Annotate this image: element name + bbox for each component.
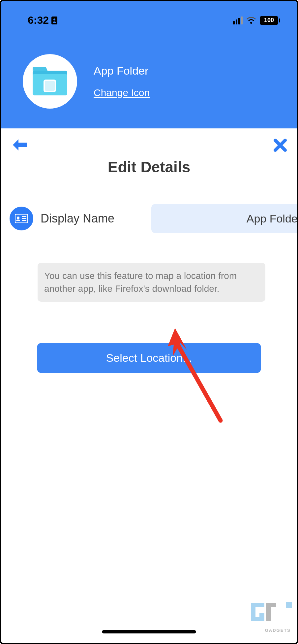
home-indicator[interactable]	[102, 630, 196, 633]
folder-info: App Folder Change Icon	[94, 64, 150, 98]
content-area: Edit Details Display Name You can use th…	[1, 128, 297, 373]
arrow-left-icon	[11, 138, 28, 152]
status-time: 6:32	[28, 14, 57, 26]
select-location-button[interactable]: Select Location...	[37, 343, 261, 373]
folder-title: App Folder	[94, 64, 150, 77]
hint-text: You can use this feature to map a locati…	[44, 269, 259, 295]
time-label: 6:32	[28, 14, 49, 26]
id-card-icon	[15, 214, 28, 223]
watermark-text: GADGETS	[265, 628, 291, 633]
change-icon-link[interactable]: Change Icon	[94, 87, 150, 98]
display-name-row: Display Name	[1, 176, 297, 233]
svg-point-2	[250, 22, 252, 24]
close-button[interactable]	[274, 138, 287, 155]
svg-point-1	[53, 18, 55, 20]
status-icons: 100	[233, 16, 280, 25]
battery-indicator: 100	[260, 16, 280, 25]
header-section: 6:32 100	[1, 1, 297, 128]
folder-header: App Folder Change Icon	[1, 28, 297, 109]
display-name-input[interactable]	[151, 204, 298, 233]
folder-icon	[31, 66, 69, 97]
status-bar: 6:32 100	[1, 1, 297, 28]
hint-box: You can use this feature to map a locati…	[38, 263, 265, 302]
nav-row	[1, 137, 297, 156]
display-name-label: Display Name	[41, 212, 114, 225]
svg-point-8	[17, 217, 19, 219]
person-icon	[51, 17, 57, 24]
wifi-icon	[247, 17, 256, 24]
back-button[interactable]	[11, 138, 28, 155]
watermark-logo-icon	[250, 601, 283, 626]
watermark	[250, 601, 292, 626]
battery-level: 100	[264, 17, 274, 24]
page-title: Edit Details	[1, 158, 297, 176]
watermark-dot-icon	[286, 602, 292, 608]
field-icon-container	[10, 207, 33, 230]
folder-icon-container[interactable]	[23, 54, 77, 109]
svg-rect-6	[45, 81, 55, 91]
close-icon	[274, 139, 287, 152]
cellular-signal-icon	[233, 17, 243, 24]
